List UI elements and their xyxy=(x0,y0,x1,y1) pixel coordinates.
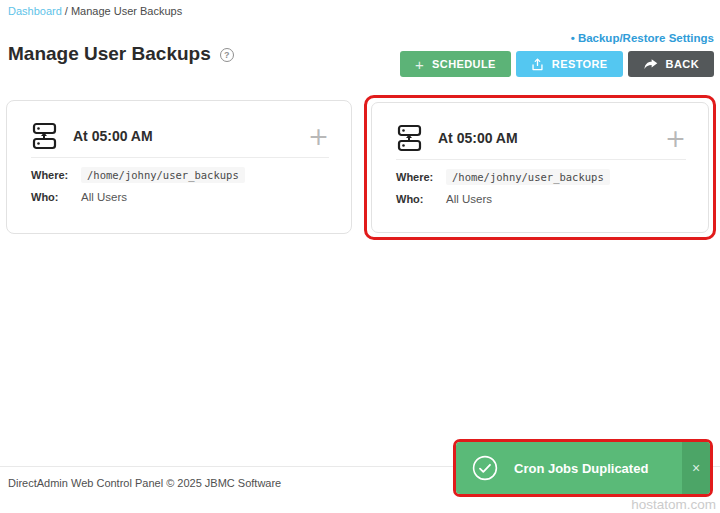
red-highlight-annotation-toast: Cron Jobs Duplicated × xyxy=(453,439,713,497)
page-title-text: Manage User Backups xyxy=(8,43,211,65)
schedule-time: At 05:00 AM xyxy=(438,130,518,146)
card-divider xyxy=(31,157,329,158)
where-label: Where: xyxy=(396,171,446,183)
card-divider xyxy=(396,159,686,160)
restore-button[interactable]: RESTORE xyxy=(516,51,623,77)
who-label: Who: xyxy=(396,193,446,205)
card-details: Where: /home/johny/user_backups Who: All… xyxy=(396,169,688,213)
help-icon[interactable]: ? xyxy=(220,48,234,62)
page-title: Manage User Backups ? xyxy=(8,43,234,65)
who-value: All Users xyxy=(81,191,127,203)
backup-drives-icon xyxy=(31,121,58,151)
restore-upload-icon xyxy=(531,58,544,71)
expand-plus-icon[interactable]: + xyxy=(663,126,688,151)
who-row: Who: All Users xyxy=(31,191,331,203)
back-button-label: BACK xyxy=(666,58,699,70)
plus-icon: + xyxy=(415,57,424,72)
toast-close-icon[interactable]: × xyxy=(682,442,710,494)
restore-button-label: RESTORE xyxy=(552,58,608,70)
breadcrumb-current: Manage User Backups xyxy=(71,5,182,17)
success-toast: Cron Jobs Duplicated × xyxy=(456,442,710,494)
footer-copyright: DirectAdmin Web Control Panel © 2025 JBM… xyxy=(8,477,281,489)
watermark: hostatom.com xyxy=(631,497,716,512)
settings-link-bullet: • xyxy=(571,32,578,44)
card-header: At 05:00 AM + xyxy=(31,121,331,151)
breadcrumb-separator: / xyxy=(65,5,68,17)
where-row: Where: /home/johny/user_backups xyxy=(31,167,331,183)
where-row: Where: /home/johny/user_backups xyxy=(396,169,688,185)
schedule-time: At 05:00 AM xyxy=(73,128,153,144)
backup-schedule-card: At 05:00 AM + Where: /home/johny/user_ba… xyxy=(6,100,352,234)
backup-restore-settings-link[interactable]: • Backup/Restore Settings xyxy=(571,32,714,44)
breadcrumb: Dashboard/Manage User Backups xyxy=(8,5,182,17)
card-header: At 05:00 AM + xyxy=(396,123,688,153)
where-label: Where: xyxy=(31,169,81,181)
action-button-row: + SCHEDULE RESTORE BACK xyxy=(400,51,714,77)
backup-drives-icon xyxy=(396,123,423,153)
schedule-button-label: SCHEDULE xyxy=(432,58,496,70)
who-value: All Users xyxy=(446,193,492,205)
expand-plus-icon[interactable]: + xyxy=(306,124,331,149)
settings-link-label: Backup/Restore Settings xyxy=(578,32,714,44)
back-arrow-icon xyxy=(643,58,658,70)
breadcrumb-dashboard-link[interactable]: Dashboard xyxy=(8,5,62,17)
toast-message: Cron Jobs Duplicated xyxy=(514,461,682,476)
schedule-button[interactable]: + SCHEDULE xyxy=(400,51,511,77)
where-path-value: /home/johny/user_backups xyxy=(446,169,610,185)
back-button[interactable]: BACK xyxy=(628,51,714,77)
backup-schedule-card-duplicated: At 05:00 AM + Where: /home/johny/user_ba… xyxy=(371,102,709,233)
check-circle-icon xyxy=(472,455,498,481)
red-highlight-annotation-card: At 05:00 AM + Where: /home/johny/user_ba… xyxy=(364,95,716,240)
where-path-value: /home/johny/user_backups xyxy=(81,167,245,183)
who-row: Who: All Users xyxy=(396,193,688,205)
who-label: Who: xyxy=(31,191,81,203)
card-details: Where: /home/johny/user_backups Who: All… xyxy=(31,167,331,211)
